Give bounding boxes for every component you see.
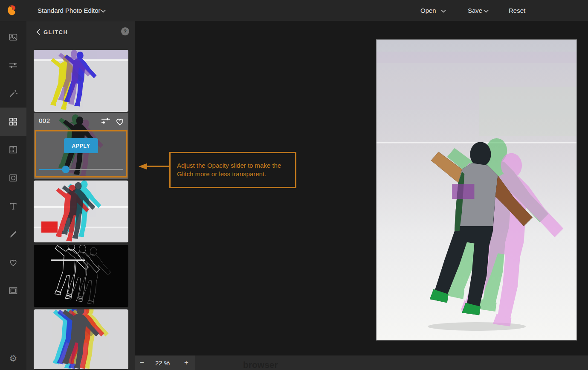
tool-rail: ⚙ bbox=[0, 21, 26, 370]
app-logo-icon[interactable] bbox=[6, 4, 19, 17]
glitch-thumbnail-004[interactable] bbox=[34, 245, 128, 307]
sidebar-item-effects[interactable] bbox=[0, 79, 26, 108]
text-icon bbox=[8, 201, 18, 211]
magic-wand-icon bbox=[8, 88, 18, 99]
mask-circle-icon bbox=[8, 173, 18, 183]
glitch-thumbnail-002-selected[interactable]: 002 APPLY bbox=[34, 113, 128, 179]
heart-graphics-icon bbox=[8, 257, 18, 268]
help-icon[interactable]: ? bbox=[121, 27, 129, 35]
sidebar-item-overlays[interactable] bbox=[0, 136, 26, 164]
sidebar-item-settings[interactable]: ⚙ bbox=[0, 344, 26, 370]
sidebar-item-text[interactable] bbox=[0, 192, 26, 220]
opacity-slider-thumb[interactable] bbox=[62, 166, 70, 173]
annotation-arrow-icon bbox=[137, 161, 171, 172]
image-icon bbox=[8, 32, 18, 42]
overlay-halftone-icon bbox=[8, 145, 18, 155]
zoom-level: 22 % bbox=[149, 359, 176, 367]
canvas-image bbox=[377, 40, 576, 340]
sidebar-item-adjust[interactable] bbox=[0, 51, 26, 79]
glitch-thumbnail-001[interactable] bbox=[34, 50, 128, 112]
zoom-out-button[interactable]: − bbox=[135, 358, 149, 367]
zoom-in-button[interactable]: + bbox=[179, 358, 194, 367]
filter-settings-sliders-icon[interactable] bbox=[101, 117, 110, 125]
annotation-text: Adjust the Opacity slider to make the Gl… bbox=[177, 161, 290, 178]
glitch-thumbnail-005[interactable] bbox=[34, 309, 128, 369]
zoom-controls: − 22 % + bbox=[135, 355, 195, 370]
reset-button[interactable]: Reset bbox=[509, 0, 525, 21]
panel-title: GLITCH bbox=[43, 29, 68, 35]
glitch-panel: GLITCH ? 002 bbox=[26, 21, 135, 370]
opacity-slider[interactable] bbox=[39, 166, 123, 173]
sidebar-item-frames[interactable] bbox=[0, 277, 26, 305]
annotation-box: Adjust the Opacity slider to make the Gl… bbox=[169, 152, 296, 188]
adjust-sliders-icon bbox=[8, 60, 18, 70]
cutoff-watermark-text: browser bbox=[243, 360, 278, 370]
draw-marker-icon bbox=[8, 229, 18, 239]
open-button[interactable]: Open bbox=[420, 0, 436, 21]
top-bar: Standard Photo Editor Open Save Reset bbox=[0, 0, 588, 21]
settings-gear-icon: ⚙ bbox=[9, 354, 17, 363]
chevron-down-icon[interactable] bbox=[441, 9, 446, 13]
chevron-down-icon[interactable] bbox=[101, 9, 106, 13]
apply-button[interactable]: APPLY bbox=[64, 138, 98, 153]
glitch-thumbnail-003[interactable] bbox=[34, 181, 128, 242]
sidebar-item-graphics[interactable] bbox=[0, 248, 26, 277]
app-window: Standard Photo Editor Open Save Reset bbox=[0, 0, 588, 370]
back-chevron-icon[interactable] bbox=[34, 27, 43, 37]
save-button[interactable]: Save bbox=[468, 0, 482, 21]
sidebar-item-masks[interactable] bbox=[0, 164, 26, 192]
frame-icon bbox=[8, 286, 18, 296]
favorite-heart-icon[interactable] bbox=[115, 117, 125, 126]
selected-filter-label: 002 bbox=[39, 117, 50, 124]
editor-title[interactable]: Standard Photo Editor bbox=[38, 0, 101, 21]
filters-grid-icon bbox=[8, 117, 18, 127]
sidebar-item-filters[interactable] bbox=[0, 108, 26, 136]
chevron-down-icon[interactable] bbox=[484, 9, 489, 13]
sidebar-item-draw[interactable] bbox=[0, 220, 26, 248]
sidebar-item-image[interactable] bbox=[0, 23, 26, 51]
bottom-bar: − 22 % + browser bbox=[135, 355, 588, 370]
